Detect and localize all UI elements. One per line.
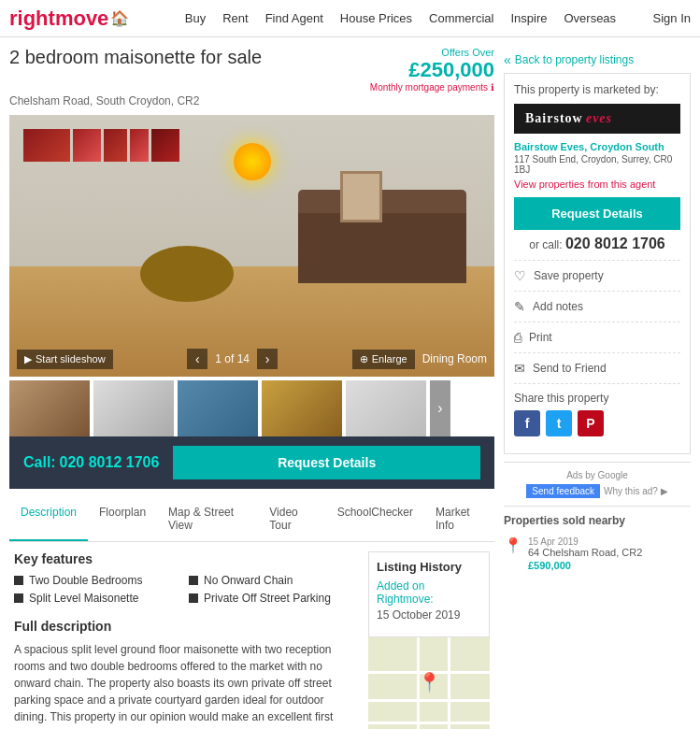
cta-phone: Call: 020 8012 1706 [23,454,159,471]
request-details-button[interactable]: Request Details [514,197,680,230]
artwork [23,129,179,162]
tab-map-street-view[interactable]: Map & Street View [157,498,258,541]
info-icon: ℹ [491,82,494,93]
thumbnail-3[interactable] [178,380,258,436]
action-print-label: Print [529,331,552,344]
price-section: Offers Over £250,000 Monthly mortgage pa… [370,47,494,93]
share-section: Share this property f t P [514,383,680,444]
share-facebook-button[interactable]: f [514,410,540,436]
art-piece-5 [151,129,179,162]
tab-school-checker[interactable]: SchoolChecker [326,498,424,541]
nearby-pin-icon: 📍 [504,536,522,554]
property-address: Chelsham Road, South Croydon, CR2 [9,94,494,107]
ads-label: Ads by Google [504,470,691,480]
nav-buy[interactable]: Buy [185,11,206,25]
counter-text: 1 of 14 [215,352,250,365]
thumbnail-2[interactable] [93,380,174,436]
property-tabs: Description Floorplan Map & Street View … [9,498,494,542]
action-save-property[interactable]: ♡ Save property [514,260,680,291]
listing-history: Listing History Added on Rightmove: 15 O… [368,551,490,637]
nav-rent[interactable]: Rent [222,11,248,25]
cta-request-button[interactable]: Request Details [173,446,480,479]
nearby-address: 64 Chelsham Road, CR2 [528,547,691,558]
left-column: 2 bedroom maisonette for sale Offers Ove… [9,47,494,729]
ceiling-lamp [234,143,271,180]
signin-link[interactable]: Sign In [653,11,691,25]
action-add-notes[interactable]: ✎ Add notes [514,291,680,322]
key-features-title: Key features [14,551,359,566]
feature-dot-2 [189,576,198,585]
room-scene [9,115,494,377]
nav-house-prices[interactable]: House Prices [340,11,412,25]
feature-label-4: Private Off Street Parking [204,592,331,605]
property-title-row: 2 bedroom maisonette for sale Offers Ove… [9,47,494,93]
agent-phone-number: 020 8012 1706 [565,236,665,251]
feature-item-3: Split Level Maisonette [14,592,184,605]
action-print[interactable]: ⎙ Print [514,322,680,352]
mortgage-link[interactable]: Monthly mortgage payments ℹ [370,82,494,93]
slideshow-icon: ▶ [24,353,32,365]
nearby-item-1[interactable]: 📍 15 Apr 2019 64 Chelsham Road, CR2 £590… [504,533,691,575]
nearby-section: Properties sold nearby 📍 15 Apr 2019 64 … [504,506,691,582]
art-piece-1 [23,129,70,162]
logo[interactable]: rightmove🏠 [9,7,129,31]
map-pin: 📍 [418,671,441,693]
enlarge-label: Enlarge [372,353,407,364]
call-label: Call: [23,454,56,470]
prev-image-button[interactable]: ‹ [187,349,207,369]
nav-overseas[interactable]: Overseas [564,11,616,25]
nav-find-agent[interactable]: Find Agent [265,11,323,25]
description-right: Listing History Added on Rightmove: 15 O… [368,551,490,729]
main-container: 2 bedroom maisonette for sale Offers Ove… [0,37,700,729]
thumbnail-4[interactable] [262,380,342,436]
or-call-label: or call: [529,238,562,251]
nearby-details: 15 Apr 2019 64 Chelsham Road, CR2 £590,0… [528,536,691,571]
feature-label-2: No Onward Chain [204,574,293,587]
next-image-button[interactable]: › [257,349,278,369]
tab-floorplan[interactable]: Floorplan [88,498,157,541]
back-link[interactable]: « Back to property listings [504,47,691,73]
feature-dot-4 [189,593,198,603]
view-properties-link[interactable]: View properties from this agent [514,179,680,190]
back-link-text: Back to property listings [515,53,634,66]
cta-bar: Call: 020 8012 1706 Request Details [9,436,494,489]
property-title: 2 bedroom maisonette for sale [9,47,262,68]
action-send-friend[interactable]: ✉ Send to Friend [514,352,680,383]
feature-item-1: Two Double Bedrooms [14,574,184,587]
action-notes-label: Add notes [533,300,583,313]
share-twitter-button[interactable]: t [546,410,572,436]
feature-label-3: Split Level Maisonette [29,592,138,605]
feature-dot-3 [14,593,23,603]
share-icons: f t P [514,410,680,436]
nearby-date: 15 Apr 2019 [528,536,691,547]
slideshow-button[interactable]: ▶ Start slideshow [17,350,113,369]
nearby-price: £590,000 [528,560,691,571]
listing-date: 15 October 2019 [377,608,481,622]
nav-items: Buy Rent Find Agent House Prices Commerc… [148,11,652,25]
agent-panel: This property is marketed by: Bairstow e… [504,73,691,454]
key-features: Key features Two Double Bedrooms No Onwa… [14,551,359,605]
thumbnail-1[interactable] [9,380,90,436]
logo-text: rightmove [9,7,108,31]
share-pinterest-button[interactable]: P [578,410,604,436]
logo-house-icon: 🏠 [110,9,129,27]
send-feedback-button[interactable]: Send feedback [526,484,600,498]
why-ad-link[interactable]: Why this ad? ▶ [604,486,668,496]
image-counter: ‹ 1 of 14 › [187,349,278,369]
nav-commercial[interactable]: Commercial [429,11,493,25]
thumbnails-next-button[interactable]: › [430,380,450,436]
slideshow-label: Start slideshow [36,353,106,364]
thumbnail-5[interactable] [346,380,426,436]
listing-history-title: Listing History [377,560,481,574]
nav-inspire[interactable]: Inspire [510,11,547,25]
cta-phone-number: 020 8012 1706 [60,454,160,470]
right-sidebar: « Back to property listings This propert… [504,47,691,729]
tab-market-info[interactable]: Market Info [424,498,494,541]
sofa [298,208,466,283]
tab-video-tour[interactable]: Video Tour [258,498,325,541]
enlarge-button[interactable]: ⊕ Enlarge [352,350,415,369]
art-piece-4 [130,129,149,162]
description-content: Key features Two Double Bedrooms No Onwa… [9,542,494,729]
tab-description[interactable]: Description [9,498,88,541]
map-preview[interactable]: 📍 [368,637,490,729]
